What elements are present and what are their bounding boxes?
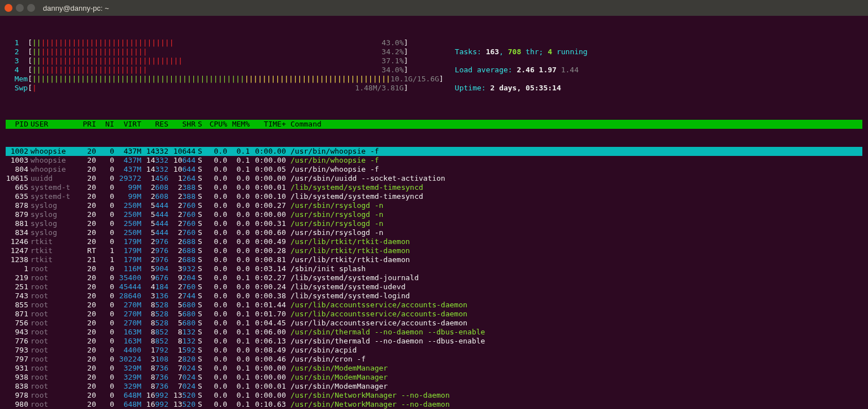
table-row[interactable]: 10615uuidd2002937214561264S0.00.00:00.00…: [6, 174, 862, 183]
table-row[interactable]: 665systemd-t20099M26082388S0.00.00:00.01…: [6, 183, 862, 192]
process-header[interactable]: PIDUSERPRINIVIRTRESSHRSCPU%MEM%TIME+Comm…: [6, 120, 862, 129]
table-row[interactable]: 756root200270M85285680S0.00.10:04.45/usr…: [6, 319, 862, 328]
table-row[interactable]: 879syslog200250M54442760S0.00.00:00.00/u…: [6, 210, 862, 219]
table-row[interactable]: 834syslog200250M54442760S0.00.00:00.60/u…: [6, 228, 862, 237]
table-row[interactable]: 943root200163M88528132S0.00.10:06.00/usr…: [6, 328, 862, 337]
swap-meter: Swp[| 1.48M/3.81G]: [6, 84, 444, 93]
window-title: danny@danny-pc: ~: [43, 4, 109, 12]
table-row[interactable]: 635systemd-t20099M26082388S0.00.00:00.10…: [6, 192, 862, 201]
table-row[interactable]: 793root200440017921592S0.00.00:08.49/usr…: [6, 346, 862, 355]
table-row[interactable]: 1246rtkit200179M29762688S0.00.00:00.49/u…: [6, 237, 862, 246]
table-row[interactable]: 1238rtkit211179M29762688S0.00.00:00.81/u…: [6, 255, 862, 264]
table-row[interactable]: 871root200270M85285680S0.00.10:01.70/usr…: [6, 310, 862, 319]
cpu-meter: 3 [|||||||||||||||||||||||||||||||||| 37…: [6, 56, 444, 66]
cpu-meter: 2 [|||||||||||||||||||||||||| 34.2%]: [6, 47, 444, 56]
terminal-viewport[interactable]: 1 [|||||||||||||||||||||||||||||||| 43.0…: [0, 16, 868, 409]
table-row[interactable]: 1003whoopsie200437M1433210644S0.00.10:00…: [6, 156, 862, 165]
cpu-meter: 4 [|||||||||||||||||||||||||| 34.0%]: [6, 66, 444, 75]
mem-meter: Mem[||||||||||||||||||||||||||||||||||||…: [6, 75, 444, 84]
table-row[interactable]: 804whoopsie200437M1433210644S0.00.10:00.…: [6, 165, 862, 174]
process-list[interactable]: 1002whoopsie200437M1433210644S0.00.10:00…: [6, 147, 862, 409]
table-row[interactable]: 838root200329M87367024S0.00.10:00.01/usr…: [6, 382, 862, 391]
window-titlebar: danny@danny-pc: ~: [0, 0, 868, 16]
table-row[interactable]: 978root200648M1699213520S0.00.10:00.00/u…: [6, 391, 862, 400]
cpu-meter: 1 [|||||||||||||||||||||||||||||||| 43.0…: [6, 38, 444, 47]
table-row[interactable]: 797root2003022431082820S0.00.00:00.46/us…: [6, 355, 862, 364]
table-row[interactable]: 881syslog200250M54442760S0.00.00:00.31/u…: [6, 219, 862, 228]
table-row[interactable]: 980root200648M1699213520S0.00.10:10.63/u…: [6, 400, 862, 409]
table-row[interactable]: 1root200116M59043932S0.00.00:03.14/sbin/…: [6, 264, 862, 273]
summary-panel: Tasks: 163, 708 thr; 4 running Load aver…: [455, 38, 588, 102]
table-row[interactable]: 219root2003540096769204S0.00.10:02.27/li…: [6, 273, 862, 282]
table-row[interactable]: 743root2002864031362744S0.00.00:00.38/li…: [6, 291, 862, 301]
table-row[interactable]: 878syslog200250M54442760S0.00.00:00.27/u…: [6, 201, 862, 210]
minimize-icon[interactable]: [16, 4, 24, 12]
close-icon[interactable]: [5, 4, 12, 12]
table-row[interactable]: 1002whoopsie200437M1433210644S0.00.10:00…: [6, 147, 862, 156]
table-row[interactable]: 1247rtkitRT1179M29762688S0.00.00:00.28/u…: [6, 246, 862, 255]
maximize-icon[interactable]: [27, 4, 35, 12]
table-row[interactable]: 938root200329M87367024S0.00.10:00.00/usr…: [6, 373, 862, 382]
table-row[interactable]: 776root200163M88528132S0.00.10:06.13/usr…: [6, 337, 862, 346]
table-row[interactable]: 251root2004544441842760S0.00.00:00.24/li…: [6, 282, 862, 291]
table-row[interactable]: 931root200329M87367024S0.00.10:00.00/usr…: [6, 364, 862, 373]
table-row[interactable]: 855root200270M85285680S0.00.10:01.44/usr…: [6, 301, 862, 310]
